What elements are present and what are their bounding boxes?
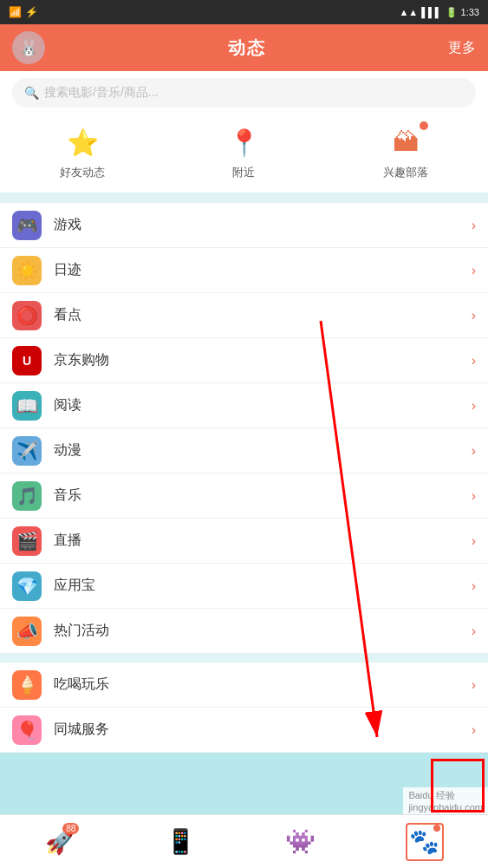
clock: 1:33 (461, 7, 479, 17)
section-gap-middle (0, 654, 488, 662)
status-icons-right: ▲▲ ▌▌▌ 🔋 1:33 (399, 7, 479, 18)
bottom-nav-profile[interactable]: 🐾 (406, 823, 444, 861)
nav-tabs: ⭐ 好友动态 📍 附近 🏔 兴趣部落 (0, 114, 488, 194)
search-bar: 🔍 搜索电影/音乐/商品... (0, 71, 488, 114)
kandian-label: 看点 (54, 306, 472, 324)
appstore-arrow: › (472, 578, 476, 594)
message-icon: 📱 (165, 826, 196, 858)
battery-level-icon: 🔋 (446, 7, 458, 18)
diary-icon: ☀️ (12, 256, 42, 285)
menu-item-games[interactable]: 🎮 游戏 › (0, 203, 488, 248)
food-icon: 🍦 (12, 670, 42, 700)
bottom-nav-message[interactable]: 📱 (165, 826, 196, 858)
tab-interest-label: 兴趣部落 (383, 165, 428, 180)
menu-item-anime[interactable]: ✈️ 动漫 › (0, 428, 488, 473)
appstore-label: 应用宝 (54, 577, 472, 595)
food-arrow: › (472, 677, 476, 693)
menu-item-food[interactable]: 🍦 吃喝玩乐 › (0, 662, 488, 708)
music-arrow: › (472, 488, 476, 504)
menu-section-1: 🎮 游戏 › ☀️ 日迹 › ⭕ 看点 › U 京东购物 › 📖 阅读 › ✈️… (0, 203, 488, 654)
cityservice-arrow: › (472, 722, 476, 738)
status-icons-left: 📶 ⚡ (9, 6, 38, 18)
anime-arrow: › (472, 443, 476, 459)
battery-icon: ⚡ (25, 6, 38, 18)
signal-icon: ▌▌▌ (421, 7, 441, 17)
status-bar: 📶 ⚡ ▲▲ ▌▌▌ 🔋 1:33 (0, 0, 488, 24)
menu-item-reading[interactable]: 📖 阅读 › (0, 383, 488, 428)
diary-arrow: › (472, 263, 476, 278)
jd-label: 京东购物 (54, 351, 472, 369)
appstore-icon: 💎 (12, 571, 42, 601)
menu-item-appstore[interactable]: 💎 应用宝 › (0, 564, 488, 609)
anime-icon: ✈️ (12, 436, 42, 466)
sim-icon: 📶 (9, 6, 22, 18)
cityservice-label: 同城服务 (54, 721, 472, 739)
bottom-nav: 🚀 88 📱 👾 🐾 (0, 814, 488, 868)
hotactivities-arrow: › (472, 623, 476, 639)
watermark-text2: jingyanbaidu.com (408, 802, 483, 813)
menu-item-diary[interactable]: ☀️ 日迹 › (0, 248, 488, 293)
menu-item-live[interactable]: 🎬 直播 › (0, 519, 488, 564)
diary-label: 日迹 (54, 261, 472, 279)
wifi-icon: ▲▲ (399, 7, 418, 17)
bottom-nav-home[interactable]: 🚀 88 (44, 826, 75, 858)
live-arrow: › (472, 533, 476, 549)
menu-item-kandian[interactable]: ⭕ 看点 › (0, 293, 488, 338)
food-label: 吃喝玩乐 (54, 675, 472, 694)
interest-badge-dot (420, 121, 428, 130)
discover-icon: 👾 (285, 826, 316, 858)
music-icon: 🎵 (12, 481, 42, 511)
tab-friends[interactable]: ⭐ 好友动态 (60, 123, 105, 180)
music-label: 音乐 (54, 486, 472, 505)
nearby-icon: 📍 (224, 123, 263, 161)
avatar[interactable]: 🐰 (12, 31, 45, 64)
tab-friends-label: 好友动态 (60, 165, 105, 180)
live-label: 直播 (54, 532, 472, 550)
profile-dot (433, 825, 440, 832)
games-icon: 🎮 (12, 211, 42, 240)
home-badge: 88 (62, 823, 79, 834)
reading-icon: 📖 (12, 391, 42, 421)
watermark: Baidu 经验 jingyanbaidu.com (403, 787, 488, 814)
cityservice-icon: 🎈 (12, 715, 42, 745)
games-label: 游戏 (54, 216, 472, 234)
reading-arrow: › (472, 398, 476, 414)
anime-label: 动漫 (54, 441, 472, 460)
interest-icon: 🏔 (387, 123, 425, 161)
page-title: 动态 (228, 36, 266, 60)
live-icon: 🎬 (12, 526, 42, 556)
hotactivities-label: 热门活动 (54, 622, 472, 640)
jd-icon: U (12, 346, 42, 375)
kandian-arrow: › (472, 308, 476, 323)
search-placeholder: 搜索电影/音乐/商品... (44, 85, 158, 101)
menu-item-jd[interactable]: U 京东购物 › (0, 338, 488, 383)
menu-item-cityservice[interactable]: 🎈 同城服务 › (0, 708, 488, 753)
tab-nearby-label: 附近 (232, 165, 255, 180)
more-button[interactable]: 更多 (448, 39, 476, 57)
menu-section-2: 🍦 吃喝玩乐 › 🎈 同城服务 › (0, 662, 488, 753)
hotactivities-icon: 📣 (12, 617, 42, 646)
watermark-text1: Baidu 经验 (408, 789, 483, 802)
menu-item-hotactivities[interactable]: 📣 热门活动 › (0, 609, 488, 654)
tab-interest[interactable]: 🏔 兴趣部落 (383, 123, 428, 180)
reading-label: 阅读 (54, 396, 472, 414)
friends-icon: ⭐ (63, 123, 101, 161)
search-input-wrap[interactable]: 🔍 搜索电影/音乐/商品... (12, 78, 476, 108)
header: 🐰 动态 更多 (0, 24, 488, 71)
section-gap-top (0, 194, 488, 203)
avatar-image: 🐰 (19, 38, 38, 57)
menu-item-music[interactable]: 🎵 音乐 › (0, 473, 488, 519)
jd-arrow: › (472, 353, 476, 369)
kandian-icon: ⭕ (12, 301, 42, 330)
bottom-nav-discover[interactable]: 👾 (285, 826, 316, 858)
search-icon: 🔍 (24, 86, 39, 100)
games-arrow: › (472, 218, 476, 233)
tab-nearby[interactable]: 📍 附近 (224, 123, 263, 180)
